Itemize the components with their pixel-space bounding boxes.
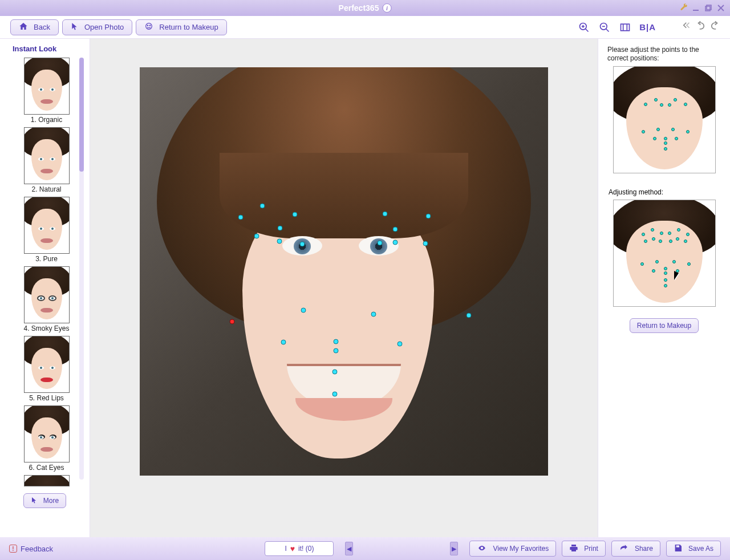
look-item[interactable]: 3. Pure: [24, 197, 70, 265]
look-label: 4. Smoky Eyes: [23, 324, 69, 332]
return-to-makeup-side-button[interactable]: Return to Makeup: [630, 318, 699, 333]
ref-face-point: [653, 137, 656, 140]
svg-rect-1: [705, 6, 710, 11]
ref-face-point: [664, 267, 667, 270]
adjust-hint: Please adjust the points to the correct …: [607, 46, 721, 63]
face-point[interactable]: [378, 241, 383, 246]
maximize-button[interactable]: [704, 3, 713, 13]
redo-icon[interactable]: [709, 21, 720, 34]
face-point[interactable]: [254, 234, 259, 239]
face-point[interactable]: [393, 240, 398, 245]
close-button[interactable]: [716, 3, 725, 13]
before-after-toggle[interactable]: B|A: [639, 22, 656, 32]
bottombar: ! Feedback I ♥ it! (0) ◀ ▶ View My Favor…: [0, 537, 730, 560]
photo-canvas[interactable]: [140, 67, 548, 476]
face-icon: [144, 22, 153, 33]
more-label: More: [43, 497, 59, 505]
svg-point-7: [150, 25, 151, 26]
open-photo-button[interactable]: Open Photo: [62, 19, 132, 35]
face-point[interactable]: [230, 319, 235, 324]
look-thumb: [24, 197, 70, 254]
looks-scrollbar[interactable]: [79, 58, 84, 480]
look-thumb: [24, 266, 70, 323]
save-as-button[interactable]: Save As: [666, 541, 721, 557]
ref-face-point: [660, 103, 663, 107]
ref-face-point: [654, 98, 658, 102]
face-point[interactable]: [423, 241, 428, 246]
ref-face-point: [660, 232, 663, 235]
love-it-button[interactable]: I ♥ it! (0): [265, 541, 334, 556]
look-item[interactable]: 5. Red Lips: [24, 336, 70, 404]
wrench-icon[interactable]: [680, 3, 688, 13]
face-point[interactable]: [293, 212, 298, 217]
info-icon[interactable]: i: [382, 3, 391, 13]
titlebar: Perfect365 i: [0, 0, 730, 16]
pager-next[interactable]: ▶: [450, 542, 458, 555]
ref-face-point: [671, 128, 675, 131]
face-point[interactable]: [334, 348, 339, 354]
face-point[interactable]: [301, 308, 306, 313]
face-point[interactable]: [260, 204, 265, 209]
view-favorites-button[interactable]: View My Favorites: [469, 541, 556, 557]
ref-face-point: [675, 137, 678, 140]
svg-rect-15: [621, 24, 630, 31]
svg-point-6: [148, 25, 148, 26]
back-button[interactable]: Back: [10, 19, 59, 35]
ref-face-point: [664, 278, 667, 282]
ref-face-point: [655, 260, 659, 263]
return-to-makeup-button[interactable]: Return to Makeup: [136, 19, 226, 35]
open-photo-label: Open Photo: [84, 23, 124, 31]
look-item[interactable]: [24, 475, 70, 486]
cursor-icon: [31, 496, 38, 506]
face-point[interactable]: [300, 242, 305, 247]
look-item[interactable]: 6. Cat Eyes: [24, 405, 70, 474]
ref-face-point: [652, 237, 655, 241]
eye-icon: [477, 544, 487, 554]
print-button[interactable]: Print: [562, 541, 606, 557]
face-point[interactable]: [278, 226, 283, 231]
more-button[interactable]: More: [23, 493, 66, 508]
face-point[interactable]: [426, 214, 431, 219]
minimize-button[interactable]: [691, 3, 700, 13]
look-item[interactable]: 4. Smoky Eyes: [23, 266, 69, 335]
ref-face-point: [651, 228, 654, 232]
undo-icon[interactable]: [696, 21, 706, 34]
look-thumb: [24, 475, 70, 486]
face-point[interactable]: [332, 370, 338, 375]
look-item[interactable]: 1. Organic: [24, 58, 70, 126]
canvas-area: [90, 39, 598, 537]
face-point[interactable]: [467, 313, 472, 318]
pager: ◀ ▶: [345, 542, 458, 555]
face-point[interactable]: [371, 312, 376, 317]
zoom-out-icon[interactable]: [598, 21, 611, 34]
look-label: 1. Organic: [31, 116, 62, 124]
face-point[interactable]: [393, 227, 398, 232]
ref-face-point: [664, 271, 667, 275]
look-item[interactable]: 2. Natural: [24, 127, 70, 196]
ref-face-point: [677, 228, 680, 232]
face-point[interactable]: [332, 392, 338, 397]
ref-face-point: [674, 98, 677, 102]
face-point[interactable]: [281, 340, 286, 345]
look-label: 3. Pure: [35, 255, 58, 263]
share-button[interactable]: Share: [611, 541, 660, 557]
zoom-in-icon[interactable]: [578, 21, 590, 34]
face-point[interactable]: [383, 212, 388, 217]
scrollbar-thumb[interactable]: [79, 58, 84, 172]
face-point[interactable]: [398, 342, 403, 347]
svg-line-13: [606, 29, 609, 31]
undo-all-icon[interactable]: [681, 21, 692, 34]
face-point[interactable]: [334, 339, 339, 344]
feedback-link[interactable]: ! Feedback: [9, 545, 53, 553]
ref-face-point: [684, 240, 687, 243]
pager-prev[interactable]: ◀: [345, 542, 353, 555]
fit-screen-icon[interactable]: [619, 21, 631, 34]
face-point[interactable]: [277, 239, 282, 244]
ref-face-point: [664, 147, 667, 151]
ref-face-point: [644, 103, 647, 106]
ref-face-point: [686, 130, 690, 133]
ref-face-point: [668, 103, 671, 107]
face-point[interactable]: [238, 215, 244, 220]
cursor-icon: [71, 22, 79, 33]
ref-face-point: [642, 233, 645, 236]
